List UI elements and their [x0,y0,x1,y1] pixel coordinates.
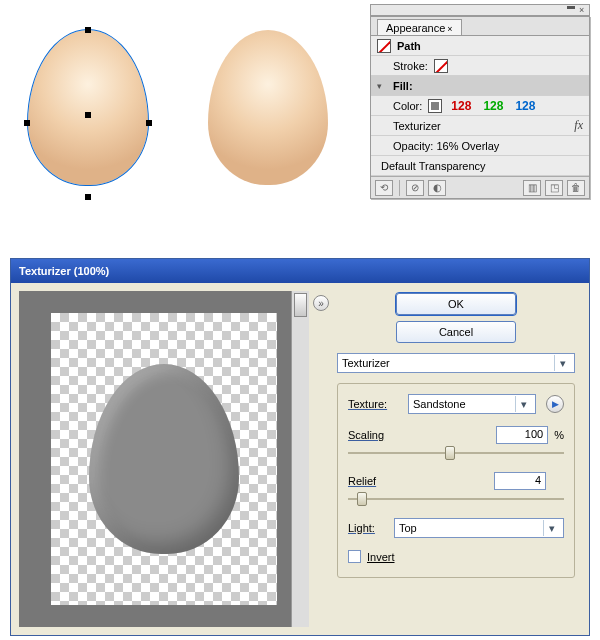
color-label: Color: [393,100,422,112]
cancel-button[interactable]: Cancel [396,321,516,343]
minimize-icon[interactable] [567,6,575,14]
light-value: Top [399,522,417,534]
visibility-icon[interactable]: ◐ [428,180,446,196]
invert-checkbox[interactable] [348,550,361,563]
default-transparency-label: Default Transparency [381,160,486,172]
preview-egg [89,364,239,554]
rgb-r: 128 [448,98,474,114]
panel-system-bar: × [370,4,590,16]
fill-row[interactable]: ▾ Fill: [371,76,589,96]
trash-icon[interactable]: 🗑 [567,180,585,196]
rgb-b: 128 [512,98,538,114]
chevron-down-icon: ▾ [543,520,559,536]
chevron-down-icon: ▾ [554,355,570,371]
panel-footer: ⟲ ⊘ ◐ ▥ ◳ 🗑 [371,176,589,198]
relief-input[interactable]: 4 [494,472,546,490]
tab-close-icon[interactable]: × [447,24,452,34]
duplicate-icon[interactable]: ◳ [545,180,563,196]
artboard-eggs [18,30,338,200]
effect-name: Texturizer [393,120,441,132]
stroke-label: Stroke: [393,60,428,72]
scaling-unit: % [554,429,564,441]
texture-select[interactable]: Sandstone ▾ [408,394,536,414]
filter-select[interactable]: Texturizer ▾ [337,353,575,373]
fx-icon[interactable]: fx [574,118,583,133]
fill-color-row[interactable]: Color: 128 128 128 [371,96,589,116]
texture-flyout-icon[interactable]: ▶ [546,395,564,413]
fill-effect-row[interactable]: Texturizer fx [371,116,589,136]
target-label: Path [397,40,421,52]
preview-scrollbar[interactable] [291,291,309,627]
relief-slider[interactable] [348,492,564,506]
tab-label: Appearance [386,22,445,34]
texture-value: Sandstone [413,398,466,410]
center-point[interactable] [85,112,91,118]
stroke-swatch-none-icon[interactable] [434,59,448,73]
invert-label: Invert [367,551,395,563]
appearance-panel: × Appearance× Path Stroke: ▾ Fill: Color… [370,4,590,199]
ok-button[interactable]: OK [396,293,516,315]
link-icon[interactable]: ⟲ [375,180,393,196]
tab-appearance[interactable]: Appearance× [377,19,462,35]
panel-tabbar: Appearance× [371,17,589,36]
anchor-point[interactable] [85,194,91,200]
scaling-input[interactable]: 100 [496,426,548,444]
fill-opacity-row[interactable]: Opacity: 16% Overlay [371,136,589,156]
anchor-point[interactable] [24,120,30,126]
rgb-g: 128 [480,98,506,114]
transparency-checker [51,313,277,605]
disable-icon[interactable]: ⊘ [406,180,424,196]
egg-selected[interactable] [18,30,158,200]
egg-result [198,30,338,200]
chevron-down-icon: ▾ [515,396,531,412]
egg-shape [208,30,328,185]
anchor-point[interactable] [146,120,152,126]
dialog-titlebar[interactable]: Texturizer (100%) [11,259,589,283]
collapse-toggle-icon[interactable]: » [313,295,329,311]
opacity-text: Opacity: 16% Overlay [393,140,499,152]
light-select[interactable]: Top ▾ [394,518,564,538]
fill-label: Fill: [393,80,413,92]
anchor-point[interactable] [85,27,91,33]
target-swatch-icon [377,39,391,53]
texturizer-dialog: Texturizer (100%) » OK Cancel Texturizer… [10,258,590,636]
texturizer-options-group: Texture: Sandstone ▾ ▶ Scaling 100 % [337,383,575,578]
relief-label: Relief [348,475,402,487]
filter-select-value: Texturizer [342,357,390,369]
light-label: Light: [348,522,388,534]
stroke-row[interactable]: Stroke: [371,56,589,76]
texture-label: Texture: [348,398,402,410]
dialog-title: Texturizer (100%) [19,265,109,277]
scrollbar-thumb[interactable] [294,293,307,317]
scaling-label: Scaling [348,429,402,441]
scaling-slider[interactable] [348,446,564,460]
disclosure-down-icon[interactable]: ▾ [377,81,387,91]
close-icon[interactable]: × [579,6,587,14]
default-transparency-row[interactable]: Default Transparency [371,156,589,176]
egg-shape [28,30,148,185]
appearance-target-row[interactable]: Path [371,36,589,56]
fill-swatch-icon[interactable] [428,99,442,113]
preview-pane [19,291,309,627]
controls-pane: OK Cancel Texturizer ▾ Texture: Sandston… [335,291,581,627]
new-fill-icon[interactable]: ▥ [523,180,541,196]
